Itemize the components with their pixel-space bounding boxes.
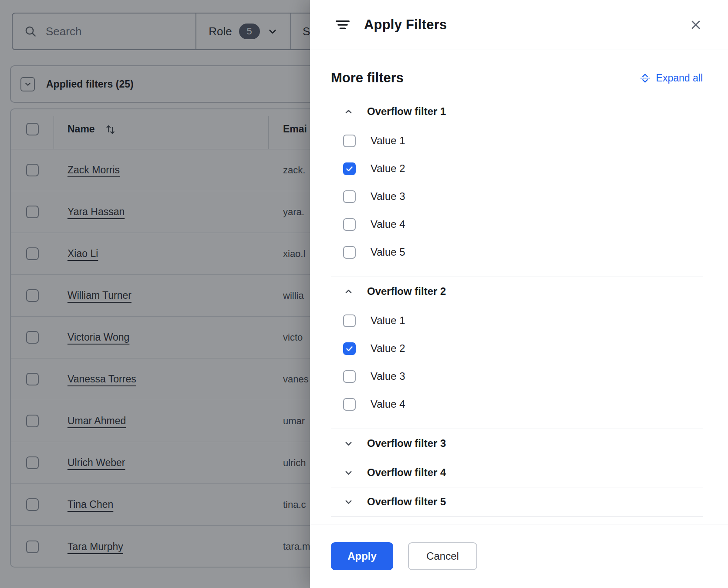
chevron-up-icon [343,106,354,117]
filter-option[interactable]: Value 4 [343,210,703,238]
filter-section-label: Overflow filter 2 [367,285,446,297]
filter-section: Overflow filter 1 Value 1 Value 2 [331,97,703,277]
filter-lines-icon [334,17,351,33]
filter-section-label: Overflow filter 4 [367,466,446,479]
panel-header: Apply Filters [310,0,728,50]
filter-option-checkbox[interactable] [343,246,356,259]
filter-option-checkbox[interactable] [343,342,356,355]
filter-sections: Overflow filter 1 Value 1 Value 2 [331,97,703,524]
filter-section-toggle[interactable]: Overflow filter 5 [331,487,703,516]
close-button[interactable] [686,15,705,34]
panel-footer: Apply Cancel [310,524,728,588]
filter-option-checkbox[interactable] [343,218,356,231]
checkmark-icon [345,165,354,173]
filter-section-toggle[interactable]: Overflow filter 4 [331,458,703,487]
filter-option[interactable]: Value 2 [343,155,703,182]
filter-option-label: Value 5 [371,246,405,258]
filter-section-toggle[interactable]: Overflow filter 3 [331,429,703,458]
filter-section-label: Overflow filter 3 [367,437,446,449]
filter-option[interactable]: Value 1 [343,127,703,155]
filter-option-label: Value 3 [371,190,405,203]
filter-option[interactable]: Value 5 [343,238,703,266]
filter-option-label: Value 4 [371,398,405,410]
filter-option-label: Value 2 [371,342,405,355]
filter-option-checkbox[interactable] [343,398,356,411]
filter-section: Overflow filter 4 [331,458,703,487]
filter-option[interactable]: Value 4 [343,390,703,418]
filter-option-checkbox[interactable] [343,135,356,147]
filter-section-label: Overflow filter 1 [367,105,446,118]
filter-option-checkbox[interactable] [343,190,356,203]
checkmark-icon [345,345,354,353]
chevron-up-icon [343,286,354,297]
filter-section: Overflow filter 2 Value 1 Value 2 [331,277,703,429]
apply-button[interactable]: Apply [331,542,393,570]
cancel-button[interactable]: Cancel [408,542,477,570]
apply-filters-panel: Apply Filters More filters [310,0,728,588]
filter-section-label: Overflow filter 5 [367,496,446,508]
filter-option-checkbox[interactable] [343,314,356,327]
filter-option-label: Value 1 [371,135,405,147]
filter-section-toggle[interactable]: Overflow filter 1 [331,97,703,126]
filter-option[interactable]: Value 3 [343,362,703,390]
filter-option-label: Value 1 [371,314,405,327]
panel-title: Apply Filters [364,17,447,33]
filter-option-label: Value 2 [371,162,405,175]
chevron-down-icon [343,467,354,478]
expand-all-button[interactable]: Expand all [639,72,703,84]
panel-body: More filters Expand all [310,50,728,524]
filter-section: Overflow filter 6 [331,517,703,524]
chevron-down-icon [343,438,354,449]
filter-option[interactable]: Value 3 [343,182,703,210]
filter-options: Value 1 Value 2 Value 3 [331,306,703,429]
close-icon [689,18,703,32]
filter-options: Value 1 Value 2 Value 3 [331,126,703,277]
filter-option[interactable]: Value 1 [343,307,703,335]
filter-option-label: Value 3 [371,370,405,382]
filter-option[interactable]: Value 2 [343,335,703,362]
filter-section: Overflow filter 3 [331,429,703,458]
expand-all-icon [639,72,651,84]
screen: Search Role 5 S Applied filters (25) [0,0,728,588]
filter-section-toggle[interactable]: Overflow filter 6 [331,517,703,524]
filter-option-checkbox[interactable] [343,370,356,383]
filter-section: Overflow filter 5 [331,487,703,517]
filter-option-checkbox[interactable] [343,162,356,175]
chevron-down-icon [343,497,354,507]
expand-all-label: Expand all [656,72,703,84]
more-filters-heading: More filters [331,70,404,86]
filter-option-label: Value 4 [371,218,405,230]
filter-section-toggle[interactable]: Overflow filter 2 [331,277,703,306]
